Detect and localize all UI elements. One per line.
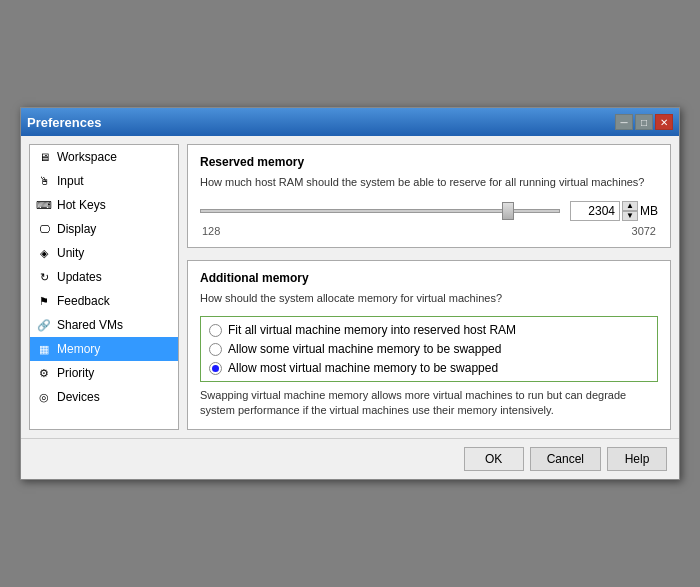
spinner-up-button[interactable]: ▲ (622, 201, 638, 211)
sidebar: 🖥 Workspace 🖱 Input ⌨ Hot Keys 🖵 Display… (29, 144, 179, 430)
memory-icon: ▦ (36, 341, 52, 357)
sidebar-item-display[interactable]: 🖵 Display (30, 217, 178, 241)
sidebar-label-unity: Unity (57, 246, 84, 260)
radio-fit[interactable]: Fit all virtual machine memory into rese… (209, 323, 649, 337)
window-body: 🖥 Workspace 🖱 Input ⌨ Hot Keys 🖵 Display… (21, 136, 679, 479)
slider-track[interactable] (200, 209, 560, 213)
slider-range: 128 3072 (200, 225, 658, 237)
radio-some[interactable]: Allow some virtual machine memory to be … (209, 342, 649, 356)
sidebar-label-hotkeys: Hot Keys (57, 198, 106, 212)
sidebar-label-memory: Memory (57, 342, 100, 356)
sidebar-label-input: Input (57, 174, 84, 188)
devices-icon: ◎ (36, 389, 52, 405)
radio-most[interactable]: Allow most virtual machine memory to be … (209, 361, 649, 375)
footer: OK Cancel Help (21, 438, 679, 479)
main-panel: Reserved memory How much host RAM should… (187, 144, 671, 430)
sidebar-label-feedback: Feedback (57, 294, 110, 308)
radio-group: Fit all virtual machine memory into rese… (200, 316, 658, 382)
radio-circle-some (209, 343, 222, 356)
feedback-icon: ⚑ (36, 293, 52, 309)
sidebar-item-feedback[interactable]: ⚑ Feedback (30, 289, 178, 313)
updates-icon: ↻ (36, 269, 52, 285)
reserved-memory-desc: How much host RAM should the system be a… (200, 175, 658, 190)
slider-thumb[interactable] (502, 202, 514, 220)
content-area: 🖥 Workspace 🖱 Input ⌨ Hot Keys 🖵 Display… (21, 136, 679, 438)
radio-circle-fit (209, 324, 222, 337)
mb-label: MB (640, 204, 658, 218)
spinner-group: ▲ ▼ MB (570, 201, 658, 221)
sidebar-item-memory[interactable]: ▦ Memory (30, 337, 178, 361)
spinner-down-button[interactable]: ▼ (622, 211, 638, 221)
unity-icon: ◈ (36, 245, 52, 261)
input-icon: 🖱 (36, 173, 52, 189)
slider-min-label: 128 (202, 225, 220, 237)
sidebar-label-updates: Updates (57, 270, 102, 284)
close-button[interactable]: ✕ (655, 114, 673, 130)
reserved-memory-section: Reserved memory How much host RAM should… (187, 144, 671, 247)
sidebar-item-unity[interactable]: ◈ Unity (30, 241, 178, 265)
maximize-button[interactable]: □ (635, 114, 653, 130)
slider-container: ▲ ▼ MB (200, 201, 658, 221)
workspace-icon: 🖥 (36, 149, 52, 165)
memory-value-input[interactable] (570, 201, 620, 221)
slider-max-label: 3072 (632, 225, 656, 237)
title-bar-controls: ─ □ ✕ (615, 114, 673, 130)
sidebar-item-workspace[interactable]: 🖥 Workspace (30, 145, 178, 169)
help-button[interactable]: Help (607, 447, 667, 471)
preferences-window: Preferences ─ □ ✕ 🖥 Workspace 🖱 Input ⌨ (20, 107, 680, 480)
ok-button[interactable]: OK (464, 447, 524, 471)
additional-memory-title: Additional memory (200, 271, 658, 285)
sidebar-item-updates[interactable]: ↻ Updates (30, 265, 178, 289)
radio-label-some: Allow some virtual machine memory to be … (228, 342, 501, 356)
radio-circle-most (209, 362, 222, 375)
swap-note: Swapping virtual machine memory allows m… (200, 388, 658, 419)
additional-memory-section: Additional memory How should the system … (187, 260, 671, 430)
sidebar-item-hotkeys[interactable]: ⌨ Hot Keys (30, 193, 178, 217)
hotkeys-icon: ⌨ (36, 197, 52, 213)
window-title: Preferences (27, 115, 101, 130)
display-icon: 🖵 (36, 221, 52, 237)
title-bar: Preferences ─ □ ✕ (21, 108, 679, 136)
sidebar-label-devices: Devices (57, 390, 100, 404)
sidebar-label-workspace: Workspace (57, 150, 117, 164)
sidebar-label-priority: Priority (57, 366, 94, 380)
sidebar-item-devices[interactable]: ◎ Devices (30, 385, 178, 409)
spinner-buttons: ▲ ▼ (622, 201, 638, 221)
sidebar-item-input[interactable]: 🖱 Input (30, 169, 178, 193)
minimize-button[interactable]: ─ (615, 114, 633, 130)
reserved-memory-title: Reserved memory (200, 155, 658, 169)
additional-memory-desc: How should the system allocate memory fo… (200, 291, 658, 306)
sidebar-label-display: Display (57, 222, 96, 236)
sidebar-label-sharedvms: Shared VMs (57, 318, 123, 332)
sharedvms-icon: 🔗 (36, 317, 52, 333)
sidebar-item-sharedvms[interactable]: 🔗 Shared VMs (30, 313, 178, 337)
sidebar-item-priority[interactable]: ⚙ Priority (30, 361, 178, 385)
radio-label-fit: Fit all virtual machine memory into rese… (228, 323, 516, 337)
cancel-button[interactable]: Cancel (530, 447, 601, 471)
radio-label-most: Allow most virtual machine memory to be … (228, 361, 498, 375)
priority-icon: ⚙ (36, 365, 52, 381)
